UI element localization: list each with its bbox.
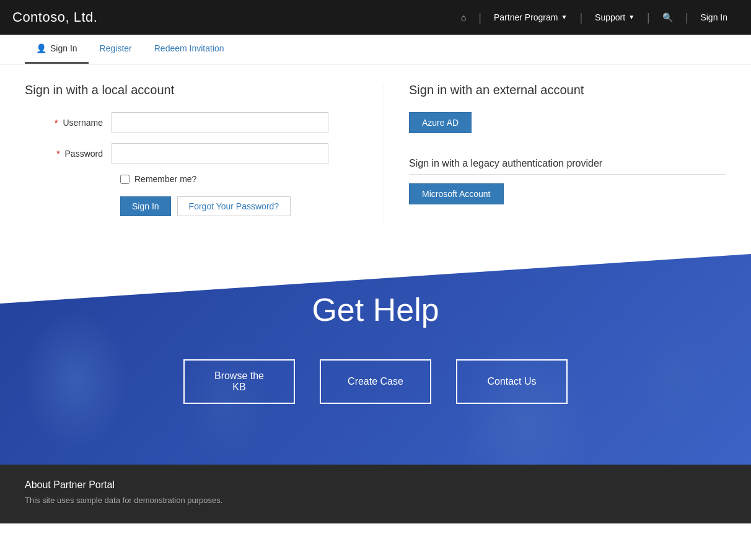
support-label: Support <box>595 0 625 35</box>
partner-program-nav-item[interactable]: Partner Program ▼ <box>483 0 578 35</box>
redeem-invitation-tab-label: Redeem Invitation <box>154 43 224 53</box>
sign-in-nav-label: Sign In <box>700 0 727 35</box>
search-nav-item[interactable]: 🔍 <box>651 0 684 35</box>
sign-in-tab-label: Sign In <box>50 43 77 53</box>
username-form-group: * Username <box>25 112 359 133</box>
search-icon: 🔍 <box>662 0 673 35</box>
forgot-password-button[interactable]: Forgot Your Password? <box>177 196 291 216</box>
support-chevron-icon: ▼ <box>628 0 635 35</box>
footer-description: This site uses sample data for demonstra… <box>25 496 726 505</box>
home-icon: ⌂ <box>461 0 466 35</box>
main-content: Sign in with a local account * Username … <box>0 64 751 254</box>
nav-separator-2: | <box>578 0 584 35</box>
home-nav-item[interactable]: ⌂ <box>450 0 477 35</box>
contact-us-button[interactable]: Contact Us <box>456 359 568 404</box>
password-input[interactable] <box>112 143 328 164</box>
sign-in-buttons-row: Sign In Forgot Your Password? <box>120 196 359 216</box>
nav-separator-1: | <box>477 0 483 35</box>
sign-in-nav-item[interactable]: Sign In <box>689 0 739 35</box>
get-help-buttons: Browse the KB Create Case Contact Us <box>25 359 726 404</box>
username-label-text: Username <box>63 118 103 128</box>
partner-program-label: Partner Program <box>494 0 558 35</box>
tab-redeem-invitation[interactable]: Redeem Invitation <box>143 35 235 64</box>
username-required-star: * <box>55 118 58 128</box>
header-nav: ⌂ | Partner Program ▼ | Support ▼ | 🔍 | … <box>450 0 739 35</box>
sign-in-tab-icon: 👤 <box>36 43 46 53</box>
tab-register[interactable]: Register <box>89 35 143 64</box>
tabs: 👤 Sign In Register Redeem Invitation <box>25 35 726 64</box>
password-required-star: * <box>56 149 59 159</box>
get-help-title: Get Help <box>25 291 726 328</box>
microsoft-account-button[interactable]: Microsoft Account <box>409 183 504 204</box>
legacy-auth-title: Sign in with a legacy authentication pro… <box>409 158 726 175</box>
get-help-section: Get Help Browse the KB Create Case Conta… <box>0 254 751 465</box>
local-account-section: Sign in with a local account * Username … <box>25 83 384 223</box>
register-tab-label: Register <box>100 43 132 53</box>
password-label: * Password <box>25 149 112 159</box>
create-case-button[interactable]: Create Case <box>320 359 431 404</box>
external-account-title: Sign in with an external account <box>409 83 726 97</box>
username-label: * Username <box>25 118 112 128</box>
local-account-title: Sign in with a local account <box>25 83 359 97</box>
nav-separator-4: | <box>684 0 690 35</box>
azure-ad-group: Azure AD <box>409 112 726 139</box>
get-help-content: Get Help Browse the KB Create Case Conta… <box>25 291 726 404</box>
azure-ad-button[interactable]: Azure AD <box>409 112 472 133</box>
legacy-auth-group: Sign in with a legacy authentication pro… <box>409 158 726 204</box>
nav-separator-3: | <box>646 0 651 35</box>
tab-sign-in[interactable]: 👤 Sign In <box>25 35 89 64</box>
browse-kb-button[interactable]: Browse the KB <box>183 359 295 404</box>
remember-me-row: Remember me? <box>120 174 359 184</box>
password-label-text: Password <box>65 149 103 159</box>
partner-program-chevron-icon: ▼ <box>561 0 567 35</box>
username-input[interactable] <box>112 112 328 133</box>
remember-me-label: Remember me? <box>134 174 196 184</box>
external-account-section: Sign in with an external account Azure A… <box>384 83 726 223</box>
footer-title: About Partner Portal <box>25 479 726 491</box>
remember-me-checkbox[interactable] <box>120 175 130 184</box>
tabs-section: 👤 Sign In Register Redeem Invitation <box>0 35 751 64</box>
support-nav-item[interactable]: Support ▼ <box>584 0 646 35</box>
header: Contoso, Ltd. ⌂ | Partner Program ▼ | Su… <box>0 0 751 35</box>
footer: About Partner Portal This site uses samp… <box>0 465 751 523</box>
password-form-group: * Password <box>25 143 359 164</box>
sign-in-button[interactable]: Sign In <box>120 196 171 216</box>
site-logo: Contoso, Ltd. <box>12 9 450 25</box>
